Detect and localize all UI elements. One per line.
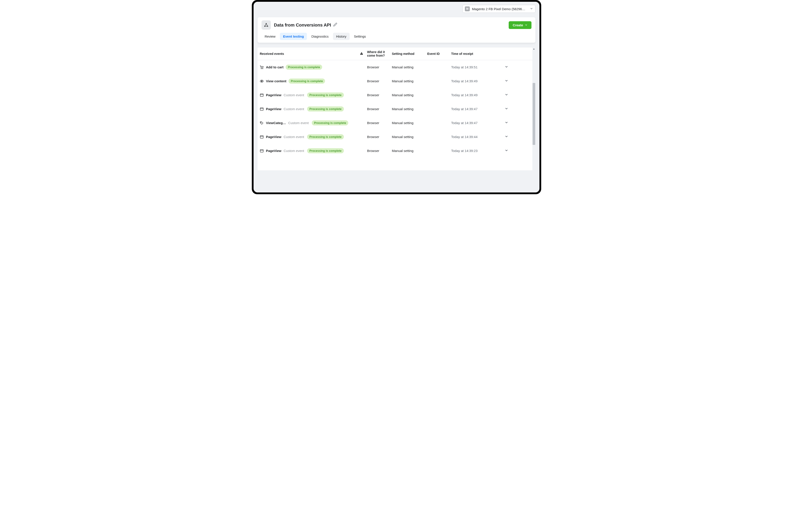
expand-row-button[interactable] [502, 93, 511, 97]
event-method: Manual setting [392, 79, 427, 83]
event-source: Browser [367, 79, 392, 83]
status-badge: Processing is complete [307, 107, 344, 112]
tab-review[interactable]: Review [262, 33, 279, 40]
column-time: Time of receipt [451, 52, 502, 56]
event-subtype: Custom event [284, 149, 304, 153]
event-source: Browser [367, 149, 392, 153]
event-time: Today at 14:39:51 [451, 65, 502, 69]
event-source: Browser [367, 107, 392, 111]
svg-point-7 [261, 80, 262, 82]
expand-row-button[interactable] [502, 65, 511, 69]
chevron-down-icon [525, 23, 528, 27]
account-label: Magento 2 FB Pixel Demo (58296… [472, 7, 528, 11]
event-method: Manual setting [392, 149, 427, 153]
column-received-events: Received events [260, 52, 356, 56]
event-source: Browser [367, 65, 392, 69]
expand-row-button[interactable] [502, 121, 511, 125]
event-subtype: Custom event [288, 121, 309, 125]
expand-row-button[interactable] [502, 149, 511, 153]
svg-rect-15 [260, 150, 263, 152]
scrollbar-thumb[interactable] [533, 83, 535, 145]
tag-icon [260, 121, 266, 125]
events-table: ▲ Received events Where did it come from… [258, 48, 535, 170]
event-method: Manual setting [392, 93, 427, 97]
event-time: Today at 14:39:49 [451, 79, 502, 83]
status-badge: Processing is complete [307, 93, 344, 98]
event-subtype: Custom event [284, 107, 304, 111]
status-badge: Processing is complete [307, 148, 344, 153]
event-name: View content [266, 79, 286, 83]
svg-rect-13 [260, 136, 263, 138]
create-button[interactable]: Create [509, 21, 531, 29]
event-method: Manual setting [392, 107, 427, 111]
event-time: Today at 14:39:49 [451, 93, 502, 97]
table-header: Received events Where did it come from? … [258, 48, 532, 60]
event-method: Manual setting [392, 65, 427, 69]
tab-event-testing[interactable]: Event testing [280, 33, 307, 40]
column-event-id: Event ID [427, 52, 451, 56]
event-method: Manual setting [392, 135, 427, 139]
expand-row-button[interactable] [502, 107, 511, 111]
event-name: Add to cart [266, 65, 283, 69]
status-badge: Processing is complete [312, 120, 348, 126]
status-badge: Processing is complete [288, 78, 325, 83]
event-source: Browser [367, 121, 392, 125]
svg-rect-8 [260, 94, 263, 96]
column-warning [356, 52, 367, 56]
main-panel: Data from Conversions API Create ReviewE… [258, 17, 535, 43]
event-name: PageView [266, 93, 281, 97]
event-source: Browser [367, 93, 392, 97]
create-button-label: Create [513, 23, 523, 27]
event-method: Manual setting [392, 121, 427, 125]
expand-row-button[interactable] [502, 79, 511, 83]
column-method: Setting method [392, 52, 427, 56]
page-title: Data from Conversions API [274, 23, 331, 27]
event-time: Today at 14:39:47 [451, 121, 502, 125]
column-where: Where did it come from? [367, 50, 392, 57]
eye-icon [260, 79, 266, 83]
event-time: Today at 14:39:44 [451, 135, 502, 139]
table-row: PageViewCustom eventProcessing is comple… [258, 102, 532, 116]
edit-icon[interactable] [333, 23, 337, 27]
status-badge: Processing is complete [307, 134, 344, 139]
chevron-down-icon [530, 7, 533, 11]
event-time: Today at 14:39:47 [451, 107, 502, 111]
tab-history[interactable]: History [333, 33, 350, 40]
tab-settings[interactable]: Settings [351, 33, 369, 40]
event-name: PageView [266, 135, 281, 139]
tab-diagnostics[interactable]: Diagnostics [308, 33, 332, 40]
svg-point-6 [262, 68, 263, 69]
scrollbar[interactable]: ▲ [532, 48, 535, 170]
table-row: ViewCateg…Custom eventProcessing is comp… [258, 116, 532, 130]
cart-icon [260, 65, 266, 69]
event-source: Browser [367, 135, 392, 139]
table-row: PageViewCustom eventProcessing is comple… [258, 130, 532, 144]
event-name: PageView [266, 107, 281, 111]
table-row: View contentProcessing is completeBrowse… [258, 74, 532, 88]
table-row: PageViewCustom eventProcessing is comple… [258, 144, 532, 158]
data-source-icon [262, 20, 271, 30]
event-subtype: Custom event [284, 93, 304, 97]
status-badge: Processing is complete [286, 64, 322, 70]
svg-point-12 [261, 122, 261, 122]
table-row: PageViewCustom eventProcessing is comple… [258, 88, 532, 102]
event-name: PageView [266, 149, 281, 153]
expand-row-button[interactable] [502, 135, 511, 139]
event-subtype: Custom event [284, 135, 304, 139]
account-selector[interactable]: M Magento 2 FB Pixel Demo (58296… [462, 5, 535, 13]
window-icon [260, 135, 266, 139]
event-time: Today at 14:39:23 [451, 149, 502, 153]
account-badge: M [465, 6, 470, 11]
svg-point-5 [261, 68, 262, 69]
tabs: ReviewEvent testingDiagnosticsHistorySet… [258, 32, 535, 43]
scroll-up-icon[interactable]: ▲ [532, 48, 535, 51]
svg-rect-10 [260, 108, 263, 110]
event-name: ViewCateg… [266, 121, 286, 125]
window-icon [260, 149, 266, 153]
table-row: Add to cartProcessing is completeBrowser… [258, 60, 532, 74]
window-icon [260, 107, 266, 111]
window-icon [260, 93, 266, 97]
